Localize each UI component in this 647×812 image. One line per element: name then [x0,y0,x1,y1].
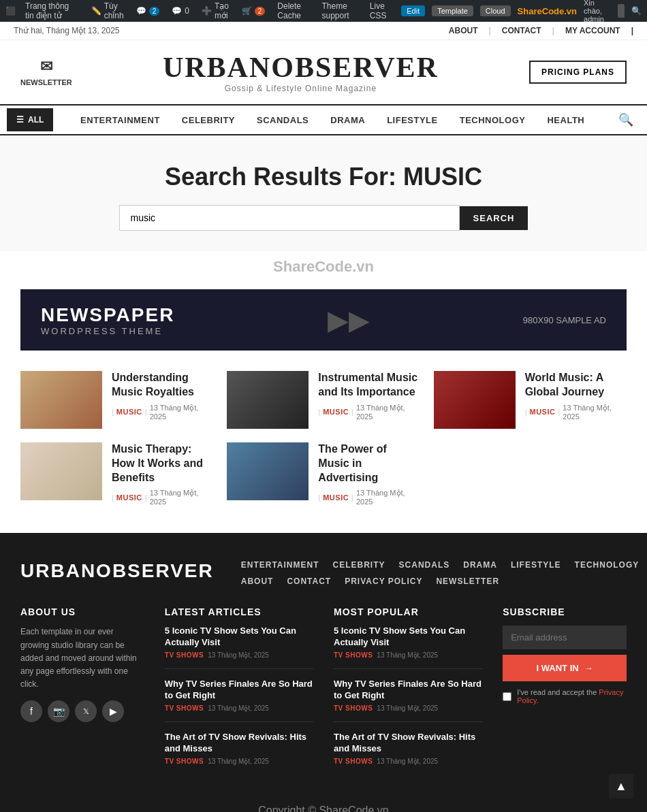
footer-popular-title-3[interactable]: The Art of TV Show Revivals: Hits and Mi… [334,732,482,755]
nav-item-scandals[interactable]: SCANDALS [246,107,319,133]
cloud-button[interactable]: Cloud [480,5,511,16]
contact-link[interactable]: CONTACT [502,26,541,35]
footer-latest-meta-2: TV SHOWS 13 Tháng Một, 2025 [165,704,313,712]
footer-latest-title-1[interactable]: 5 Iconic TV Show Sets You Can Actually V… [165,626,313,649]
footer-popular-date-1: 13 Tháng Một, 2025 [377,651,438,659]
subscribe-button[interactable]: I WANT IN → [503,655,627,681]
footer-nav-technology[interactable]: TECHNOLOGY [575,560,640,570]
article-title-4[interactable]: Music Therapy: How It Works and Benefits [112,442,213,485]
ad-sample-text: 980X90 SAMPLE AD [523,315,606,325]
footer-latest-cat-1[interactable]: TV SHOWS [165,651,204,659]
footer-popular-cat-2[interactable]: TV SHOWS [334,704,373,712]
search-title: Search Results For: MUSIC [14,163,633,191]
search-nav-icon[interactable]: 🔍 [612,105,640,134]
privacy-text: I've read and accept the Privacy Policy. [517,688,627,704]
privacy-checkbox[interactable] [503,692,511,701]
customize-link[interactable]: ✏️ Tùy chỉnh [89,1,127,20]
pipe10: | [351,493,353,502]
delete-cache-btn[interactable]: Delete Cache [274,1,312,20]
footer-nav-privacy[interactable]: PRIVACY POLICY [345,576,422,586]
footer-nav-about[interactable]: ABOUT [241,576,274,586]
email-icon: ✉ [40,58,52,76]
footer-nav-lifestyle[interactable]: LIFESTYLE [511,560,561,570]
footer-popular-title: MOST POPULAR [334,606,482,617]
search-button[interactable]: SEARCH [460,206,528,230]
article-category-4[interactable]: MUSIC [116,493,142,502]
nav-item-celebrity[interactable]: CELEBRITY [171,107,246,133]
articles-row-2: Music Therapy: How It Works and Benefits… [20,442,627,506]
footer-nav-celebrity[interactable]: CELEBRITY [333,560,385,570]
template-button[interactable]: Template [432,5,473,16]
article-content-4: Music Therapy: How It Works and Benefits… [112,442,213,506]
footer-latest-meta-3: TV SHOWS 13 Tháng Một, 2025 [165,758,313,765]
footer-latest-cat-2[interactable]: TV SHOWS [165,704,204,712]
theme-support-link[interactable]: Theme support [319,1,360,20]
footer-nav-newsletter[interactable]: NEWSLETTER [436,576,499,586]
main-nav: ☰ ALL ENTERTAINMENT CELEBRITY SCANDALS D… [0,104,647,135]
email-input[interactable] [503,626,627,649]
nav-item-drama[interactable]: DRAMA [319,107,376,133]
footer-latest-date-3: 13 Tháng Một, 2025 [208,758,269,765]
pipe6: | [558,408,560,416]
twitter-icon[interactable]: 𝕏 [75,700,97,722]
youtube-icon[interactable]: ▶ [102,700,124,722]
footer-popular-title-1[interactable]: 5 Iconic TV Show Sets You Can Actually V… [334,626,482,649]
footer-popular-title-2[interactable]: Why TV Series Finales Are So Hard to Get… [334,679,482,702]
pipe2: | [145,408,147,416]
nav-items: ENTERTAINMENT CELEBRITY SCANDALS DRAMA L… [53,107,612,133]
footer-latest-title-3[interactable]: The Art of TV Show Revivals: Hits and Mi… [165,732,313,755]
articles-section: Understanding Music Royalties | MUSIC | … [0,357,647,533]
woo-link[interactable]: 🛒 2 [239,6,268,16]
footer-nav-scandals[interactable]: SCANDALS [399,560,450,570]
article-content-3: World Music: A Global Journey | MUSIC | … [525,371,627,421]
pipe7: | [112,493,114,502]
nav-item-health[interactable]: HEALTH [536,107,595,133]
footer-popular-date-3: 13 Tháng Một, 2025 [377,758,438,765]
article-date-1: 13 Tháng Một, 2025 [150,404,214,421]
article-category-5[interactable]: MUSIC [323,493,349,502]
article-title-1[interactable]: Understanding Music Royalties [112,371,213,400]
article-content-5: The Power of Music in Advertising | MUSI… [318,442,420,506]
pricing-plans-button[interactable]: PRICING PLANS [529,61,627,84]
footer-nav-contact[interactable]: CONTACT [287,576,331,586]
article-title-2[interactable]: Instrumental Music and Its Importance [318,371,420,400]
article-category-3[interactable]: MUSIC [530,408,556,416]
nav-item-lifestyle[interactable]: LIFESTYLE [376,107,449,133]
article-title-5[interactable]: The Power of Music in Advertising [318,442,420,485]
nav-item-entertainment[interactable]: ENTERTAINMENT [69,107,171,133]
newsletter-button[interactable]: ✉ NEWSLETTER [20,58,72,86]
live-css-link[interactable]: Live CSS [367,1,394,20]
comments-zero[interactable]: 💬 0 [169,6,192,16]
facebook-icon[interactable]: f [20,700,42,722]
back-to-top-button[interactable]: ▲ [609,774,633,798]
footer-popular-cat-3[interactable]: TV SHOWS [334,758,373,765]
footer-latest-cat-3[interactable]: TV SHOWS [165,758,204,765]
site-header: ✉ NEWSLETTER URBANOBSERVER Gossip & Life… [0,40,647,104]
site-link[interactable]: Trang thông tin điện tử [22,1,82,20]
footer-logo[interactable]: URBANOBSERVER [20,560,214,582]
my-account-link[interactable]: MY ACCOUNT [565,26,620,35]
comments-link[interactable]: 💬 2 [133,6,163,16]
search-input[interactable] [119,205,460,231]
instagram-icon[interactable]: 📷 [48,700,69,722]
article-category-2[interactable]: MUSIC [323,408,349,416]
footer-subscribe-col: SUBSCRIBE I WANT IN → I've read and acce… [503,606,627,783]
about-link[interactable]: ABOUT [449,26,478,35]
site-logo: URBANOBSERVER Gossip & Lifestyle Online … [72,51,529,93]
search-admin-icon[interactable]: 🔍 [631,6,642,16]
footer-nav-entertainment[interactable]: ENTERTAINMENT [241,560,319,570]
article-title-3[interactable]: World Music: A Global Journey [525,371,627,400]
new-link[interactable]: ➕ Tạo mới [199,1,232,20]
footer-popular-cat-1[interactable]: TV SHOWS [334,651,373,659]
edit-button[interactable]: Edit [401,5,425,16]
nav-all-button[interactable]: ☰ ALL [7,108,53,131]
footer-latest-title-2[interactable]: Why TV Series Finales Are So Hard to Get… [165,679,313,702]
wp-icon[interactable]: ⬛ [5,6,16,16]
article-category-1[interactable]: MUSIC [116,408,142,416]
nav-item-technology[interactable]: TECHNOLOGY [449,107,537,133]
logo-text[interactable]: URBANOBSERVER [72,51,529,84]
footer-nav-drama[interactable]: DRAMA [463,560,497,570]
footer-logo-col: URBANOBSERVER [20,560,214,586]
ad-theme-text: WORDPRESS THEME [41,326,174,336]
admin-avatar [618,4,625,18]
